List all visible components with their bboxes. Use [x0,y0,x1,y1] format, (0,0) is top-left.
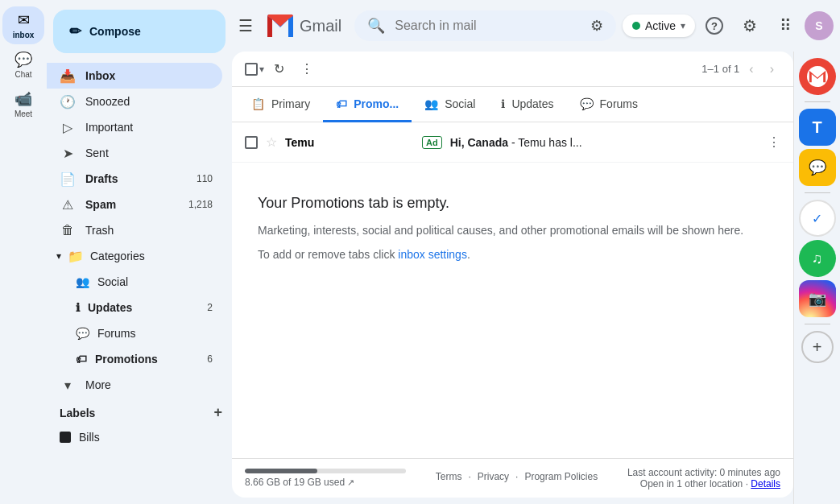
social-label: Social [97,275,128,288]
topbar: ☰ Gmail 🔍 ⚙ [232,0,840,52]
status-pill[interactable]: Active ▾ [623,14,695,37]
program-policies-link[interactable]: Program Policies [524,471,598,482]
privacy-link[interactable]: Privacy [478,471,509,482]
forums-icon: 💬 [76,327,89,340]
drafts-count: 110 [197,173,213,184]
more-options-button[interactable]: ⋮ [294,56,320,81]
categories-label: Categories [90,250,145,262]
more-vert-icon: ⋮ [300,61,313,76]
email-more-button[interactable]: ⋮ [768,134,780,150]
sidebar-item-updates[interactable]: ℹ Updates 2 [47,295,222,320]
sent-icon: ➤ [60,146,76,161]
sidebar-item-chat[interactable]: 💬 Chat [2,46,44,84]
settings-button[interactable]: ⚙ [734,10,766,42]
sidebar-item-promotions[interactable]: 🏷 Promotions 6 [47,346,222,372]
inbox-icon: 📥 [60,68,76,84]
mail-container: ▾ ↻ ⋮ 1–1 of 1 ‹ › [232,52,793,498]
add-app-button[interactable]: + [801,331,834,363]
search-bar[interactable]: 🔍 ⚙ [354,10,616,41]
apps-button[interactable]: ⠿ [769,10,801,42]
select-all-checkbox[interactable]: ▾ [245,63,264,76]
spotify-icon: ♫ [812,250,823,267]
categories-icon: 📁 [68,249,84,264]
terms-link[interactable]: Terms [436,471,462,482]
storage-amount: 8.66 GB of 19 GB used [245,477,345,488]
hamburger-menu-button[interactable]: ☰ [232,10,259,42]
chat-icon: 💬 [14,51,32,68]
star-button[interactable]: ☆ [266,134,277,150]
search-input[interactable] [395,19,581,33]
sidebar: ✏ Compose 📥 Inbox 🕐 Snoozed ▷ Important … [47,0,232,504]
empty-state-body1: Marketing, interests, social and politic… [258,221,768,239]
sidebar-item-trash[interactable]: 🗑 Trash [47,217,222,243]
right-panel: T 💬 ✓ ♫ 📷 [793,52,840,504]
open-in-new-icon[interactable]: ↗ [347,477,354,487]
bills-label: Bills [79,431,100,444]
sidebar-item-sent[interactable]: ➤ Sent [47,140,222,166]
sidebar-item-meet[interactable]: 📹 Meet [2,85,44,123]
mail-icon: ✉ [14,11,32,29]
sidebar-item-more[interactable]: ▾ More [47,372,222,398]
chat-app-icon[interactable]: 💬 [799,149,836,186]
empty-state-body2: To add or remove tabs click inbox settin… [258,246,768,263]
empty-state-suffix: . [467,248,470,261]
checkbox[interactable] [245,63,258,76]
meet-letter: T [812,118,821,137]
categories-header[interactable]: ▾ 📁 Categories [47,243,232,269]
apps-grid-icon: ⠿ [780,16,792,35]
promotions-count: 6 [207,353,213,365]
open-location-label: Open in 1 other location [640,478,743,490]
sidebar-item-spam[interactable]: ⚠ Spam 1,218 [47,192,222,217]
tab-updates[interactable]: ℹ Updates [488,88,566,122]
sidebar-item-forums[interactable]: 💬 Forums [47,320,222,346]
next-page-button[interactable]: › [763,57,780,81]
row-checkbox[interactable] [245,136,258,149]
sidebar-item-drafts[interactable]: 📄 Drafts 110 [47,166,222,192]
mail-toolbar: ▾ ↻ ⋮ 1–1 of 1 ‹ › [232,52,793,87]
sidebar-item-bills[interactable]: Bills [47,424,222,450]
instagram-app-icon[interactable]: 📷 [799,280,836,317]
snoozed-label: Snoozed [85,95,213,108]
tasks-check-icon: ✓ [812,211,822,226]
details-link[interactable]: Details [751,478,780,490]
table-row[interactable]: ☆ Temu Ad Hi, Canada - Temu has l... ⋮ [232,122,793,163]
ad-badge: Ad [422,136,442,149]
tab-forums[interactable]: 💬 Forums [567,88,651,122]
sidebar-item-snoozed[interactable]: 🕐 Snoozed [47,89,222,114]
help-button[interactable]: ? [698,10,730,42]
separator-1: · [468,471,470,482]
checkbox-chevron-icon[interactable]: ▾ [259,64,264,75]
icon-bar: ✉ inbox 💬 Chat 📹 Meet [0,0,47,504]
avatar[interactable]: S [805,11,834,40]
compose-label: Compose [89,25,141,38]
promotions-label: Promotions [95,353,158,366]
trash-label: Trash [85,224,213,237]
refresh-button[interactable]: ↻ [267,56,291,81]
compose-button[interactable]: ✏ Compose [53,10,226,53]
prev-page-button[interactable]: ‹ [743,57,759,81]
inbox-settings-link[interactable]: inbox settings [398,248,467,261]
tab-promotions[interactable]: 🏷 Promo... [323,88,412,122]
updates-tab-label: Updates [511,97,553,110]
chat-app-icon-shape: 💬 [809,159,826,176]
sidebar-item-mail[interactable]: ✉ inbox [2,6,44,44]
tab-primary[interactable]: 📋 Primary [238,88,323,122]
settings-icon: ⚙ [743,16,757,35]
add-label-button[interactable]: + [213,404,222,421]
sidebar-item-social[interactable]: 👥 Social [47,269,222,295]
footer-center: Terms · Privacy · Program Policies [436,471,598,485]
sidebar-item-important[interactable]: ▷ Important [47,114,222,140]
primary-tab-label: Primary [271,97,310,110]
open-location-text: Open in 1 other location · Details [627,478,780,490]
sidebar-item-inbox[interactable]: 📥 Inbox [47,63,222,89]
meet-app-icon[interactable]: T [799,109,836,146]
updates-icon: ℹ [76,301,80,314]
footer-links: Terms · Privacy · Program Policies [436,471,598,482]
tab-social[interactable]: 👥 Social [412,88,488,122]
meet-icon: 📹 [14,90,32,108]
gmail-app-icon[interactable] [799,58,836,95]
spotify-app-icon[interactable]: ♫ [799,240,836,277]
search-filter-icon[interactable]: ⚙ [590,17,603,35]
tasks-app-icon[interactable]: ✓ [799,200,836,237]
footer-right: Last account activity: 0 minutes ago Ope… [627,467,780,490]
